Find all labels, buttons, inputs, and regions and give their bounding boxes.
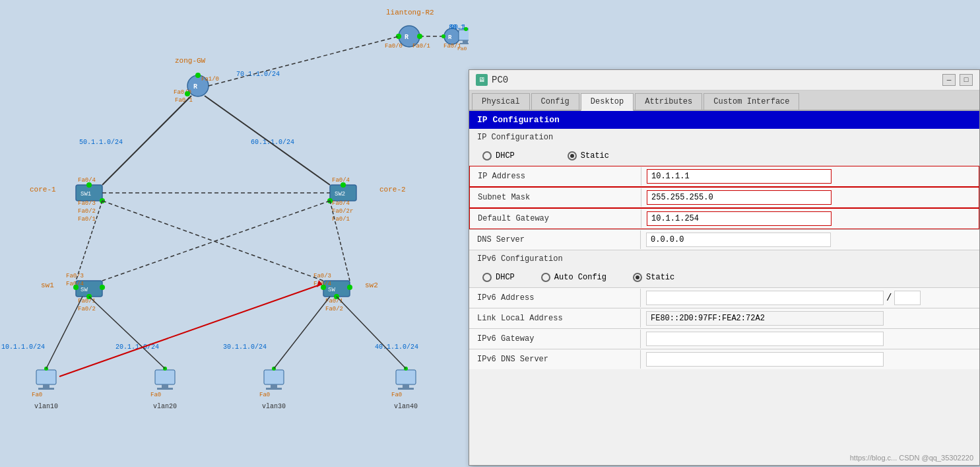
link-local-row: Link Local Address [469, 308, 979, 328]
tab-bar: Physical Config Desktop Attributes Custo… [469, 90, 979, 111]
svg-text:vlan10: vlan10 [34, 403, 58, 410]
ip-address-row: IP Address [469, 166, 979, 187]
dns-server-label: DNS Server [469, 231, 641, 249]
svg-text:Fa0/2r: Fa0/2r [332, 208, 353, 215]
dialog-content: IP Configuration IP Configuration DHCP S… [469, 111, 979, 369]
ipv6-dhcp-label: DHCP [496, 273, 515, 282]
svg-point-51 [100, 285, 105, 290]
svg-text:Fa0/4: Fa0/4 [332, 200, 350, 207]
svg-text:R: R [405, 34, 408, 41]
svg-rect-79 [157, 388, 173, 390]
svg-text:Fa0/4: Fa0/4 [78, 177, 96, 184]
ip-address-label: IP Address [470, 167, 641, 186]
svg-point-9 [417, 34, 422, 39]
default-gateway-row: Default Gateway [469, 208, 979, 229]
ipv6-static-label: Static [646, 273, 674, 282]
svg-text:sw2: sw2 [365, 281, 378, 289]
default-gateway-input[interactable] [647, 211, 832, 226]
svg-point-104 [464, 27, 468, 31]
svg-point-61 [347, 285, 352, 290]
ip-address-value-area [641, 166, 979, 186]
svg-rect-84 [271, 384, 277, 388]
tab-custom-interface[interactable]: Custom Interface [703, 93, 799, 110]
svg-point-17 [185, 91, 190, 96]
ipv6-prefix-input[interactable] [894, 291, 921, 305]
window-controls: — □ [942, 74, 973, 86]
svg-text:R: R [448, 34, 452, 41]
svg-rect-85 [266, 388, 282, 390]
svg-text:SW: SW [328, 287, 335, 293]
svg-text:Fa0: Fa0 [259, 392, 270, 398]
ipv6-auto-radio[interactable] [541, 273, 550, 282]
ipv6-dns-input[interactable] [646, 352, 884, 367]
svg-text:Fa1/0: Fa1/0 [201, 76, 219, 83]
svg-text:core-1: core-1 [30, 186, 56, 194]
svg-text:liantong-R2: liantong-R2 [386, 9, 434, 17]
svg-rect-71 [36, 370, 56, 384]
svg-text:SW1: SW1 [81, 191, 91, 198]
svg-text:Fa0/1: Fa0/1 [78, 216, 96, 223]
dialog-title: PC0 [492, 75, 508, 85]
svg-point-98 [441, 34, 445, 38]
svg-text:vlan20: vlan20 [153, 403, 177, 410]
ipv6-dhcp-radio[interactable] [482, 273, 492, 282]
dhcp-radio-group[interactable]: DHCP [482, 151, 515, 161]
svg-text:Fa0/4: Fa0/4 [332, 177, 350, 184]
svg-point-60 [321, 285, 326, 290]
ipv6-dhcp-radio-group[interactable]: DHCP [482, 273, 515, 282]
svg-text:Fa0: Fa0 [457, 46, 467, 52]
ipv6-gateway-input[interactable] [646, 332, 884, 346]
svg-rect-77 [155, 370, 175, 384]
ip-radio-row: DHCP Static [469, 146, 979, 166]
svg-text:Fa0/2: Fa0/2 [78, 208, 96, 215]
tab-physical[interactable]: Physical [472, 93, 530, 110]
dns-server-row: DNS Server [469, 229, 979, 250]
ipv6-radio-row: DHCP Auto Config Static [469, 268, 979, 287]
svg-text:Fa0: Fa0 [32, 392, 42, 398]
ipv6-address-row: IPv6 Address / [469, 287, 979, 308]
ipv6-gateway-label: IPv6 Gateway [469, 330, 641, 348]
tab-desktop[interactable]: Desktop [581, 93, 634, 111]
ipv6-static-radio-group[interactable]: Static [633, 273, 674, 282]
ipv6-dns-value-area [641, 349, 979, 369]
tab-attributes[interactable]: Attributes [635, 93, 702, 110]
svg-text:R: R [193, 83, 197, 90]
ipv6-address-input[interactable] [646, 291, 884, 305]
static-radio-group[interactable]: Static [568, 151, 609, 161]
subnet-mask-row: Subnet Mask [469, 187, 979, 208]
tab-config[interactable]: Config [531, 93, 579, 110]
svg-text:10.1.1.0/24: 10.1.1.0/24 [1, 343, 45, 351]
static-radio[interactable] [568, 151, 577, 161]
ip-address-input[interactable] [647, 169, 832, 184]
ipv6-auto-radio-group[interactable]: Auto Config [541, 273, 606, 282]
link-local-value-area [641, 308, 979, 328]
subnet-mask-input[interactable] [647, 190, 832, 205]
svg-text:zong-GW: zong-GW [175, 57, 206, 65]
pc0-dialog: 🖥 PC0 — □ Physical Config Desktop Attrib… [469, 69, 980, 466]
ipv6-static-radio[interactable] [633, 273, 642, 282]
network-diagram: liantong-R2 R Fa0/0 Fa0/1 80.1.1.0/24 zo… [0, 0, 469, 467]
subnet-mask-label: Subnet Mask [470, 188, 641, 207]
ipv6-slash: / [886, 293, 892, 303]
dns-server-input[interactable] [646, 233, 831, 247]
link-local-input[interactable] [646, 311, 884, 326]
ip-config-subheader: IP Configuration [469, 129, 979, 146]
svg-rect-101 [463, 40, 468, 43]
dhcp-label: DHCP [496, 151, 515, 161]
svg-text:30.1.1.0/24: 30.1.1.0/24 [223, 343, 267, 351]
svg-rect-102 [460, 43, 469, 44]
subnet-mask-value-area [641, 188, 979, 207]
maximize-button[interactable]: □ [960, 74, 973, 86]
minimize-button[interactable]: — [942, 74, 956, 86]
svg-text:Fa0/3: Fa0/3 [78, 200, 96, 207]
dhcp-radio[interactable] [482, 151, 492, 161]
svg-text:vlan40: vlan40 [394, 403, 418, 410]
svg-text:Fa0/0: Fa0/0 [385, 43, 403, 50]
svg-point-50 [73, 285, 79, 290]
svg-text:Fa0: Fa0 [391, 392, 402, 398]
svg-rect-83 [264, 370, 284, 384]
dns-server-value-area [641, 230, 979, 250]
svg-text:Fa0/2: Fa0/2 [325, 306, 343, 312]
svg-text:sw1: sw1 [41, 281, 54, 289]
svg-text:40.1.1.0/24: 40.1.1.0/24 [375, 343, 418, 351]
